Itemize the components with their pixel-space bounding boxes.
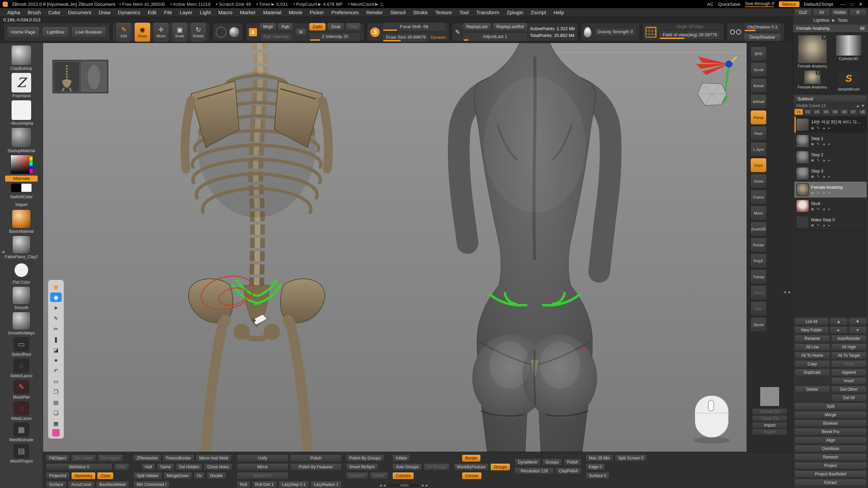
tools-label[interactable]: Tools — [838, 18, 848, 23]
menu-help[interactable]: Help — [550, 9, 568, 15]
sculpt-zadd-button[interactable]: Zadd — [309, 23, 326, 31]
alternate-button[interactable]: Alternate — [5, 176, 38, 182]
z-intensity-slider[interactable]: Z Intensity 20 — [309, 32, 361, 41]
more-icon[interactable]: ▸ — [828, 223, 830, 227]
menu-file[interactable]: File — [160, 9, 176, 15]
subtool-item-female-anatomy[interactable]: Female Anatomy◉✎▲▸ — [794, 182, 867, 198]
bottom-claypolish-button[interactable]: ClayPolish — [555, 467, 581, 475]
menu-alpha[interactable]: Alpha — [3, 9, 24, 15]
bottom-auto-groups-button[interactable]: Auto Groups — [392, 463, 422, 471]
eye-icon[interactable]: ◉ — [811, 191, 814, 195]
action-delete-button[interactable]: Delete — [794, 386, 830, 393]
pencil-icon[interactable]: ✏ — [50, 324, 62, 333]
palette-item-smooth[interactable]: Smooth — [0, 286, 43, 310]
paint-icon[interactable]: ✎ — [817, 191, 820, 195]
paint-icon[interactable]: ✎ — [817, 142, 820, 146]
bottom-edge-0-button[interactable]: Edge 0 — [586, 463, 605, 471]
home-page-button[interactable]: Home Page — [7, 26, 40, 38]
panel-visible-button[interactable]: Visible — [831, 9, 848, 16]
pin-icon[interactable]: ◉ — [50, 282, 62, 291]
shelf-bpr-button[interactable]: BPR — [750, 46, 767, 61]
bottom-border-button[interactable]: Border — [462, 454, 481, 462]
action-list-all-button[interactable]: List All — [794, 318, 829, 325]
action-extract-button[interactable]: Extract — [794, 479, 867, 486]
bottom-color-button[interactable]: Color — [97, 472, 114, 480]
pen-plus-icon[interactable]: ✎ — [50, 313, 62, 323]
action-item-button[interactable]: ▸ — [830, 326, 848, 334]
shelf-aahalf-button[interactable]: AAHalf — [750, 94, 767, 109]
menu-tool[interactable]: Tool — [456, 9, 473, 15]
sculpt-zsub-button[interactable]: Zsub — [327, 23, 344, 31]
more-icon[interactable]: ▸ — [828, 142, 830, 146]
subtool-tab-v6[interactable]: V6 — [840, 109, 848, 115]
menus-button[interactable]: Menus — [779, 1, 800, 7]
menu-dynamics[interactable]: Dynamics — [114, 9, 144, 15]
sculpt-icon[interactable]: ▲ — [822, 142, 826, 146]
shelf-l-sym-button[interactable]: L.Sym — [750, 142, 767, 157]
bottom-backfacemask-button[interactable]: BackfaceMask — [96, 481, 129, 488]
menu-draw[interactable]: Draw — [95, 9, 114, 15]
shelf-zoom-button[interactable]: Zoom — [750, 174, 767, 188]
eye-icon[interactable]: ◉ — [811, 175, 814, 178]
shelf-actual-button[interactable]: Actual — [750, 78, 767, 93]
bottom-mirror-button[interactable]: Mirror — [237, 463, 289, 471]
menu-preferences[interactable]: Preferences — [328, 9, 362, 15]
bottom-geometry-button[interactable]: Geometry — [71, 472, 96, 480]
palette-item-switchcolor[interactable]: SwitchColor — [0, 194, 43, 200]
default-zscript-label[interactable]: DefaultZScript — [804, 2, 833, 7]
subtool-item-skull[interactable]: Skull◉✎▲▸ — [794, 198, 867, 214]
paint-icon[interactable]: ✎ — [817, 175, 820, 178]
palette-item-flat-color[interactable]: Flat Color — [0, 261, 43, 285]
bottom-sdiv-button[interactable]: SDiv — [114, 463, 129, 471]
dynamic-label[interactable]: Dynamic — [431, 35, 446, 39]
action-new-folder-button[interactable]: New Folder — [794, 326, 829, 334]
panel-divider-handle[interactable]: ◄ ► — [783, 290, 792, 294]
bottom-colorize-button[interactable]: Colorize — [392, 472, 414, 480]
action-all-low-button[interactable]: All Low — [794, 343, 830, 351]
shelf-rotate-button[interactable]: Rotate — [750, 238, 767, 252]
scroll-down-icon[interactable]: ▼ — [861, 103, 865, 108]
more-icon[interactable]: ▸ — [828, 175, 830, 178]
minimize-button[interactable]: — — [838, 2, 848, 7]
eye-icon[interactable]: ◉ — [811, 223, 814, 227]
bottom-storemt-button[interactable]: StoreMT — [346, 472, 368, 480]
screenshot-icon[interactable]: ❐ — [50, 387, 62, 396]
action-duplicate-button[interactable]: Duplicate — [794, 369, 830, 376]
deep-shadow-button[interactable]: DeepShadow — [744, 33, 781, 41]
lightbox-label[interactable]: Lightbox — [813, 18, 829, 23]
menu-zplugin[interactable]: Zplugin — [503, 9, 527, 15]
shelf-persp-button[interactable]: Persp — [750, 110, 767, 125]
texture-preview[interactable] — [760, 387, 780, 406]
shelf-solo-button[interactable]: Solo — [750, 301, 767, 316]
bottom-maskbyfeature-button[interactable]: MaskByFeature — [454, 463, 489, 471]
bottom-mergedown-button[interactable]: MergeDown — [163, 472, 192, 480]
highlighter-icon[interactable]: ❚ — [50, 334, 62, 344]
sculpt-icon[interactable]: ▲ — [822, 223, 826, 227]
menu-render[interactable]: Render — [362, 9, 387, 15]
maximize-button[interactable]: □ — [848, 2, 856, 7]
document-canvas[interactable]: ◉◉➤✎✏❚◪●↶▭❐▤❏▦ — [43, 43, 747, 452]
trash-icon[interactable]: ▭ — [50, 377, 62, 386]
bottom-same-button[interactable]: Same — [157, 463, 174, 471]
subtool-tab-v2[interactable]: V2 — [804, 109, 812, 115]
bottom-groups-button[interactable]: Groups — [490, 463, 510, 471]
action-align-button[interactable]: Align — [794, 436, 867, 444]
bottom-crease-button[interactable]: Crease — [462, 472, 482, 480]
reference-thumbnails[interactable] — [53, 60, 108, 93]
mode-edit-button[interactable]: ✎Edit — [116, 22, 132, 42]
menu-stroke[interactable]: Stroke — [409, 9, 431, 15]
bottom-uv-button[interactable]: Uv — [194, 472, 205, 480]
scroll-track[interactable] — [389, 484, 419, 486]
bottom-accucurve-button[interactable]: AccuCurve — [68, 481, 95, 488]
paint-icon[interactable]: ✎ — [817, 207, 820, 211]
menu-light[interactable]: Light — [196, 9, 215, 15]
bottom-surface-button[interactable]: Surface — [46, 481, 66, 488]
action-split-button[interactable]: Split — [794, 403, 867, 410]
action-paste-button[interactable]: Paste — [831, 360, 867, 368]
texture-texture-on-button[interactable]: Texture On — [752, 408, 787, 415]
bottom-inflate-button[interactable]: Inflate — [392, 454, 410, 462]
subtool-tab-v1[interactable]: V1 — [794, 109, 803, 115]
subtool-list-empty[interactable] — [794, 231, 867, 316]
tool-thumb-cylinder3d[interactable]: Cylinder3D — [832, 35, 866, 68]
menu-layer[interactable]: Layer — [176, 9, 196, 15]
